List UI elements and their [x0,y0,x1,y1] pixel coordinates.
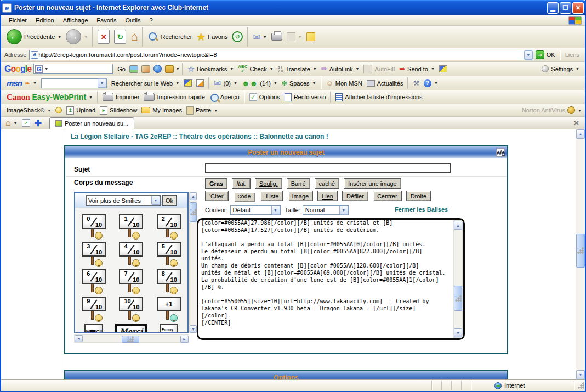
smiley-funny-post-[interactable]: Funny post! ↑ [152,324,186,332]
msn-help-button[interactable]: ? ▼ [422,78,440,88]
address-url[interactable]: http://2erep-legion.forumactif.com/post.… [38,52,524,58]
scroll-left-icon[interactable]: ◄ [75,335,83,342]
smiley-+1[interactable]: +1 [152,297,186,322]
close-tags-link[interactable]: Fermer les Balises [395,206,448,213]
smilies-hscrollbar[interactable]: ◄ ||| ► [74,334,189,343]
smiley-2-10[interactable]: 210 [152,214,186,240]
smilies-vscrollbar[interactable]: ▲ ≡ ▼ [189,192,197,333]
color-select[interactable]: Défaut ▼ [230,205,281,215]
scroll-thumb[interactable]: ≡ [576,234,585,268]
back-dropdown-icon[interactable]: ▼ [58,35,61,39]
links-button[interactable]: Liens [563,50,582,59]
msn-search-web-button[interactable]: Rechercher sur le Web ▼ [109,79,181,88]
smiley-merci[interactable]: Merci [114,324,148,332]
google-search-box[interactable]: G ▼ [33,64,113,74]
google-settings-button[interactable]: Settings ▼ [539,64,582,73]
menu-favoris[interactable]: Favoris [92,16,121,25]
spaces-button[interactable]: ❇ Spaces ▼ [280,78,318,88]
smiley-5-10[interactable]: 510 [152,242,186,267]
spellcheck-button[interactable]: ABC✓ Check ▼ [236,64,275,75]
scroll-down-icon[interactable]: ▼ [454,328,462,337]
forward-button[interactable]: → ▼ [64,28,90,46]
resize-grip[interactable] [577,382,585,389]
mail-dropdown-icon[interactable]: ▼ [263,35,267,39]
smiley-4-10[interactable]: 410 [114,242,148,267]
impression-rapide-button[interactable]: Impression rapide [141,92,207,102]
smiley-1-10[interactable]: 110 [114,214,148,240]
tab-active[interactable]: Poster un nouveau su... [49,117,134,129]
font-size-toggle-icon[interactable]: A/A [496,148,505,157]
edit-button[interactable]: ▼ [285,31,304,42]
refresh-button[interactable]: ↻ [112,29,128,45]
strike-button[interactable]: Barré [287,178,310,189]
image-button[interactable]: Image [288,191,314,201]
msn-search-dropdown-icon[interactable]: ▼ [98,78,106,88]
msn-menu-button[interactable]: msn ❧ ▼ [4,77,39,89]
subject-input[interactable] [205,163,451,173]
address-combo[interactable]: e http://2erep-legion.forumactif.com/pos… [29,50,533,60]
msn-highlight-button[interactable] [181,78,194,88]
slideshow-button[interactable]: ▸ Slideshow [98,105,139,116]
underline-button[interactable]: Soulig. [255,178,282,189]
search-button[interactable]: Rechercher [145,30,194,43]
msn-search-box[interactable]: ▼ [41,78,107,88]
liste-impressions-button[interactable]: Afficher la liste d'impressions [333,92,424,103]
color-select-dropdown-icon[interactable]: ▼ [271,206,280,215]
smiley-8-10[interactable]: 810 [152,269,186,294]
more-dropdown-icon[interactable]: ▼ [176,67,180,71]
scroll-tag-button[interactable]: Défiler [342,191,368,201]
message-vscrollbar[interactable]: ▲ ≡ ▼ [453,220,463,338]
actualites-button[interactable]: Actualités [365,79,406,88]
tab-home-button[interactable]: ⌂ ▼ [3,117,20,129]
stop-button[interactable]: ✕ [95,29,112,45]
scroll-down-icon[interactable]: ▼ [576,370,585,379]
print-button[interactable] [269,32,285,42]
menu-affichage[interactable]: Affichage [59,16,93,25]
smilies-select[interactable]: Voir plus de Smilies ▼ [86,195,161,206]
google-search-dropdown-icon[interactable]: ▼ [44,67,48,71]
smiley-0-10[interactable]: 010 [77,214,111,240]
photos-icon[interactable] [129,65,138,73]
bookmarks-button[interactable]: ☆ Bookmarks ▼ [185,63,236,75]
hidden-button[interactable]: caché [315,178,339,189]
menu-edition[interactable]: Edition [31,16,59,25]
home-button[interactable]: ⌂ [128,30,140,44]
close-button[interactable]: ✕ [572,2,584,14]
msn-form-fill-button[interactable] [194,78,206,88]
browser-vscrollbar[interactable]: ▲ ≡ ▼ [576,129,585,379]
breadcrumb-link-category[interactable]: Théatre des opérations [179,133,252,140]
paste-button[interactable]: Paste ▼ [184,105,220,116]
canon-menu-button[interactable]: Canon Easy-WebPrint ▼ [4,92,95,103]
news-icon[interactable] [141,65,150,73]
upload-button[interactable]: ↥ Upload [64,105,98,116]
message-box[interactable]: [color=#0055AA]27.986[/color][/B] unités… [197,218,465,340]
smiley-9-10[interactable]: 910 [77,297,111,322]
breadcrumb-link-topic[interactable]: Baïonnette au canon ! [259,133,328,140]
address-dropdown-icon[interactable]: ▼ [524,50,533,60]
msn-mail-button[interactable]: ✉ (0) ▼ [212,77,240,89]
menu-aide[interactable]: ? [145,16,157,25]
imageshack-menu-button[interactable]: ImageShack® ▼ [4,106,53,115]
bulb-button[interactable] [53,106,64,115]
scroll-thumb[interactable]: ||| [122,336,139,343]
smilies-ok-button[interactable]: Ok [162,195,177,206]
canon-options-button[interactable]: ✓ Options [247,92,282,102]
back-button[interactable]: ← Précédente ▼ [4,28,64,46]
favorites-button[interactable]: ★ Favoris [194,30,230,44]
link-button[interactable]: Lien [317,191,338,201]
norton-antivirus-button[interactable]: Norton AntiVirus ▼ [522,106,582,114]
breadcrumb-link-forum[interactable]: La Légion Stellaire - TAG 2eREP [71,133,171,140]
apercu-button[interactable]: Aperçu [207,92,242,103]
right-button[interactable]: Droite [406,191,431,201]
go-button[interactable]: ➜ OK [533,49,557,60]
menu-outils[interactable]: Outils [121,16,145,25]
scroll-thumb[interactable]: ≡ [190,202,197,222]
imprimer-button[interactable]: Imprimer [100,92,141,102]
new-tab-button[interactable]: ✚ [32,117,44,129]
tab-close-icon[interactable]: ✕ [570,119,583,127]
google-search-input[interactable] [48,66,112,72]
smiley-10-10[interactable]: 1010 [114,297,148,322]
size-select-dropdown-icon[interactable]: ▼ [339,206,348,215]
italic-button[interactable]: Ital. [232,178,251,189]
scroll-up-icon[interactable]: ▲ [190,192,197,200]
